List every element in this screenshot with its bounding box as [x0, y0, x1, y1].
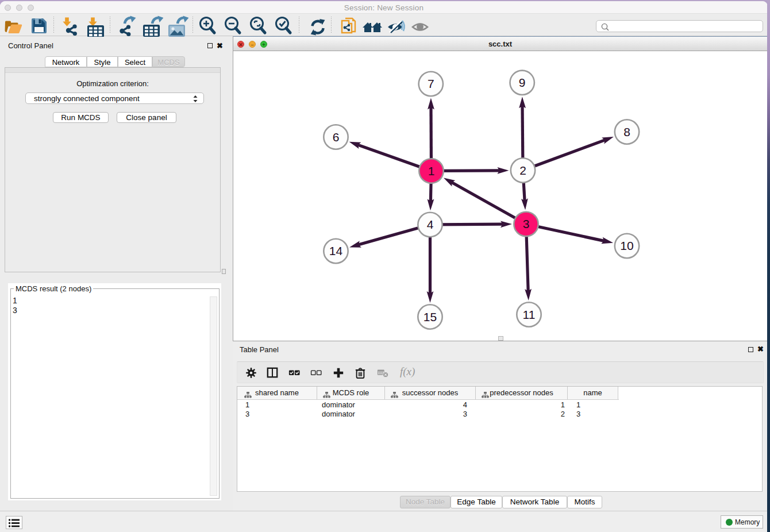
- svg-text:4: 4: [427, 218, 434, 231]
- svg-text:7: 7: [428, 77, 434, 90]
- svg-text:14: 14: [329, 244, 343, 257]
- svg-text:6: 6: [333, 130, 340, 144]
- svg-text:3: 3: [523, 217, 530, 230]
- svg-text:2: 2: [519, 164, 526, 177]
- svg-text:11: 11: [523, 308, 536, 321]
- svg-text:8: 8: [623, 125, 630, 138]
- svg-text:15: 15: [424, 310, 437, 323]
- svg-text:1: 1: [428, 164, 435, 178]
- svg-text:9: 9: [519, 76, 526, 89]
- svg-text:10: 10: [620, 239, 633, 252]
